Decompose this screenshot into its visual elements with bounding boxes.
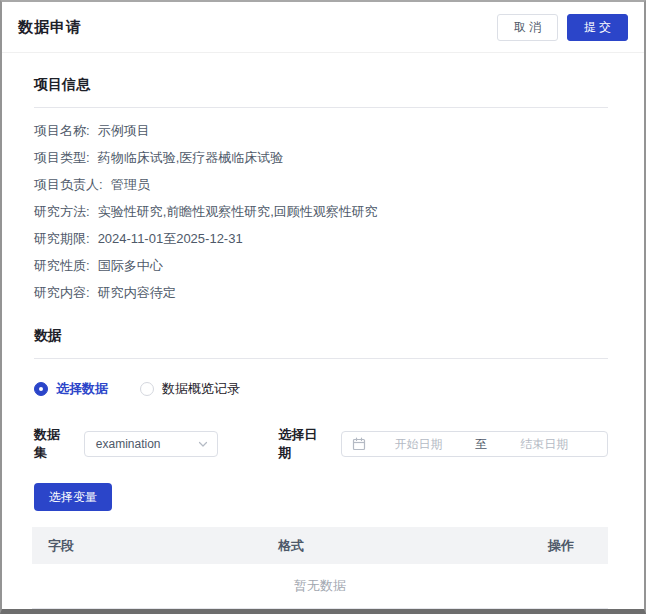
- radio-label: 数据概览记录: [162, 380, 240, 398]
- radio-select-data[interactable]: 选择数据: [34, 380, 108, 398]
- field-value: 2024-11-01至2025-12-31: [98, 231, 243, 246]
- select-variables-button[interactable]: 选择变量: [34, 483, 112, 511]
- field-label: 研究期限:: [34, 231, 90, 246]
- project-field-nature: 研究性质:国际多中心: [34, 252, 608, 279]
- chevron-down-icon: [197, 438, 209, 450]
- field-label: 研究方法:: [34, 204, 90, 219]
- project-field-period: 研究期限:2024-11-01至2025-12-31: [34, 225, 608, 252]
- column-header-actions: 操作: [532, 537, 608, 555]
- section-divider: [34, 358, 608, 359]
- radio-data-overview[interactable]: 数据概览记录: [140, 380, 240, 398]
- project-field-method: 研究方法:实验性研究,前瞻性观察性研究,回顾性观察性研究: [34, 198, 608, 225]
- section-divider: [34, 107, 608, 108]
- field-value: 实验性研究,前瞻性观察性研究,回顾性观察性研究: [98, 204, 378, 219]
- project-field-type: 项目类型:药物临床试验,医疗器械临床试验: [34, 144, 608, 171]
- project-field-owner: 项目负责人:管理员: [34, 171, 608, 198]
- variable-button-row: 选择变量: [34, 483, 608, 511]
- page-title: 数据申请: [18, 18, 82, 37]
- field-label: 项目名称:: [34, 123, 90, 138]
- dataset-select[interactable]: examination: [84, 431, 218, 457]
- header-actions: 取消 提交: [497, 14, 628, 41]
- field-value: 示例项目: [98, 123, 150, 138]
- start-date-input[interactable]: 开始日期: [366, 436, 472, 453]
- project-info-section-title: 项目信息: [34, 76, 608, 94]
- date-range-picker[interactable]: 开始日期 至 结束日期: [341, 431, 608, 457]
- radio-dot-icon: [140, 382, 154, 396]
- field-label: 项目负责人:: [34, 177, 103, 192]
- dataset-label: 数据集: [34, 426, 72, 462]
- table-header-row: 字段 格式 操作: [32, 527, 608, 564]
- empty-text: 暂无数据: [294, 577, 346, 595]
- date-range-label: 选择日期: [278, 426, 328, 462]
- field-value: 国际多中心: [98, 258, 163, 273]
- radio-dot-icon: [34, 382, 48, 396]
- field-label: 研究内容:: [34, 285, 90, 300]
- project-field-name: 项目名称:示例项目: [34, 117, 608, 144]
- table-empty-state: 暂无数据: [32, 564, 608, 609]
- calendar-icon: [352, 437, 366, 451]
- column-header-field: 字段: [32, 537, 262, 555]
- data-mode-radio-group: 选择数据 数据概览记录: [34, 380, 608, 398]
- dialog-body: 项目信息 项目名称:示例项目 项目类型:药物临床试验,医疗器械临床试验 项目负责…: [2, 76, 644, 609]
- field-label: 项目类型:: [34, 150, 90, 165]
- cancel-button[interactable]: 取消: [497, 14, 558, 41]
- field-value: 研究内容待定: [98, 285, 176, 300]
- field-value: 管理员: [111, 177, 150, 192]
- radio-label: 选择数据: [56, 380, 108, 398]
- field-label: 研究性质:: [34, 258, 90, 273]
- project-info-list: 项目名称:示例项目 项目类型:药物临床试验,医疗器械临床试验 项目负责人:管理员…: [34, 117, 608, 306]
- data-section-title: 数据: [34, 327, 608, 345]
- dialog-header: 数据申请 取消 提交: [2, 2, 644, 53]
- data-request-dialog: 数据申请 取消 提交 项目信息 项目名称:示例项目 项目类型:药物临床试验,医疗…: [0, 0, 646, 614]
- date-range-separator: 至: [471, 436, 491, 453]
- field-value: 药物临床试验,医疗器械临床试验: [98, 150, 284, 165]
- dataset-date-row: 数据集 examination 选择日期 开始日期 至 结束日期: [34, 426, 608, 462]
- submit-button[interactable]: 提交: [567, 14, 628, 41]
- dataset-selected-value: examination: [96, 437, 197, 451]
- column-header-format: 格式: [262, 537, 532, 555]
- end-date-input[interactable]: 结束日期: [491, 436, 597, 453]
- fields-table: 字段 格式 操作 暂无数据: [32, 527, 608, 609]
- project-field-content: 研究内容:研究内容待定: [34, 279, 608, 306]
- date-range-group: 选择日期 开始日期 至 结束日期: [278, 426, 608, 462]
